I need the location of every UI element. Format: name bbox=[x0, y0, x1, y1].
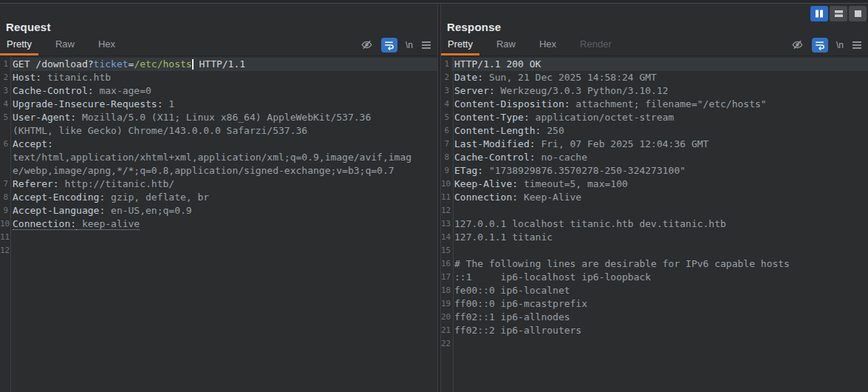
code-line[interactable]: 1GET /download?ticket=/etc/hosts HTTP/1.… bbox=[0, 58, 437, 71]
code-token: Cache-Control: bbox=[13, 85, 94, 96]
code-line[interactable]: 4Upgrade-Insecure-Requests: 1 bbox=[0, 98, 437, 111]
code-line[interactable]: 8Cache-Control: no-cache bbox=[441, 151, 868, 164]
soft-wrap-toggle[interactable] bbox=[812, 38, 828, 53]
code-line[interactable]: 11 bbox=[0, 231, 437, 244]
code-line[interactable]: 12 bbox=[0, 244, 437, 257]
code-line[interactable]: 3Cache-Control: max-age=0 bbox=[0, 84, 437, 98]
line-number: 17 bbox=[441, 271, 451, 284]
code-line[interactable]: 5Content-Type: application/octet-stream bbox=[441, 111, 868, 124]
request-tab-hex[interactable]: Hex bbox=[92, 34, 122, 55]
code-line[interactable]: 7Referer: http://titanic.htb/ bbox=[0, 178, 437, 191]
code-line[interactable]: 16# The following lines are desirable fo… bbox=[441, 257, 868, 271]
line-number bbox=[0, 164, 10, 178]
visibility-off-icon[interactable] bbox=[791, 39, 804, 50]
split-rows-layout-button[interactable] bbox=[830, 6, 847, 21]
code-token: Keep-Alive bbox=[518, 192, 581, 203]
request-toolbar: \n bbox=[360, 34, 437, 55]
code-line[interactable]: 19ff00::0 ip6-mcastprefix bbox=[441, 297, 868, 311]
code-line[interactable]: 10Connection: keep-alive bbox=[0, 217, 437, 231]
code-token: 1 bbox=[163, 98, 175, 109]
code-line[interactable]: 2Date: Sun, 21 Dec 2025 14:58:24 GMT bbox=[441, 71, 868, 84]
soft-wrap-toggle[interactable] bbox=[381, 38, 397, 53]
response-tab-hex[interactable]: Hex bbox=[533, 34, 563, 55]
code-token: en-US,en;q=0.9 bbox=[105, 205, 191, 216]
response-editor[interactable]: 1HTTP/1.1 200 OK2Date: Sun, 21 Dec 2025 … bbox=[441, 56, 868, 351]
newline-visualization-toggle[interactable]: \n bbox=[836, 40, 844, 50]
code-line[interactable]: 9ETag: "1738929876.3570278-250-324273100… bbox=[441, 164, 868, 178]
line-content: e/webp,image/apng,*/*;q=0.8,application/… bbox=[10, 164, 437, 178]
newline-visualization-toggle[interactable]: \n bbox=[406, 40, 413, 50]
line-number: 16 bbox=[441, 257, 451, 271]
line-content: Content-Length: 250 bbox=[451, 124, 868, 138]
code-line[interactable]: 12 bbox=[441, 204, 868, 217]
code-token: ff00::0 ip6-mcastprefix bbox=[454, 298, 587, 309]
code-line[interactable]: text/html,application/xhtml+xml,applicat… bbox=[0, 151, 437, 164]
editor-menu-icon[interactable] bbox=[852, 41, 862, 50]
code-line[interactable]: 18fe00::0 ip6-localnet bbox=[441, 284, 868, 297]
code-token: Content-Length: bbox=[454, 125, 541, 136]
line-content: Upgrade-Insecure-Requests: 1 bbox=[10, 98, 437, 111]
code-token: User-Agent: bbox=[13, 112, 76, 123]
line-content: ff00::0 ip6-mcastprefix bbox=[451, 297, 868, 311]
line-number: 1 bbox=[0, 58, 10, 71]
code-line[interactable]: 17::1 ip6-localhost ip6-loopback bbox=[441, 271, 868, 284]
line-number: 7 bbox=[441, 138, 451, 151]
code-token: attachment; filename="/etc/hosts" bbox=[570, 98, 767, 109]
response-tab-pretty[interactable]: Pretty bbox=[441, 34, 479, 55]
code-line[interactable]: 6Content-Length: 250 bbox=[441, 124, 868, 138]
line-content: ff02::1 ip6-allnodes bbox=[451, 311, 868, 324]
line-content: Cache-Control: max-age=0 bbox=[10, 84, 437, 98]
code-line[interactable]: 2Host: titanic.htb bbox=[0, 71, 437, 84]
code-token: Connection: bbox=[13, 218, 76, 230]
code-line[interactable]: 6Accept: bbox=[0, 138, 437, 151]
code-line[interactable]: 15 bbox=[441, 244, 868, 257]
code-line[interactable]: 4Content-Disposition: attachment; filena… bbox=[441, 98, 868, 111]
code-line[interactable]: 9Accept-Language: en-US,en;q=0.9 bbox=[0, 204, 437, 217]
code-line[interactable]: 5User-Agent: Mozilla/5.0 (X11; Linux x86… bbox=[0, 111, 437, 124]
code-line[interactable]: e/webp,image/apng,*/*;q=0.8,application/… bbox=[0, 164, 437, 178]
code-line[interactable]: 20ff02::1 ip6-allnodes bbox=[441, 311, 868, 324]
line-content: Host: titanic.htb bbox=[10, 71, 437, 84]
code-token: titanic.htb bbox=[41, 72, 111, 83]
line-number: 3 bbox=[0, 84, 10, 98]
code-token: # The following lines are desirable for … bbox=[454, 258, 790, 269]
response-tab-raw[interactable]: Raw bbox=[490, 34, 522, 55]
code-token: HTTP/1.1 bbox=[194, 58, 245, 70]
line-content bbox=[10, 244, 437, 257]
code-line[interactable]: 14127.0.1.1 titanic bbox=[441, 231, 868, 244]
request-editor[interactable]: 1GET /download?ticket=/etc/hosts HTTP/1.… bbox=[0, 56, 437, 257]
code-token: fe00::0 ip6-localnet bbox=[454, 285, 570, 296]
line-content: Last-Modified: Fri, 07 Feb 2025 12:04:36… bbox=[451, 138, 868, 151]
code-token: ::1 ip6-localhost ip6-loopback bbox=[454, 271, 651, 283]
line-content: 127.0.1.1 titanic bbox=[451, 231, 868, 244]
code-line[interactable]: 11Connection: Keep-Alive bbox=[441, 191, 868, 204]
code-line[interactable]: 7Last-Modified: Fri, 07 Feb 2025 12:04:3… bbox=[441, 138, 868, 151]
editor-menu-icon[interactable] bbox=[421, 41, 431, 50]
code-line[interactable]: 13127.0.0.1 localhost titanic.htb dev.ti… bbox=[441, 217, 868, 231]
code-token: gzip, deflate, br bbox=[105, 192, 209, 203]
line-content: Server: Werkzeug/3.0.3 Python/3.10.12 bbox=[451, 84, 868, 98]
response-tab-bar: Pretty Raw Hex Render \n bbox=[441, 34, 868, 56]
code-token: text/html,application/xhtml+xml,applicat… bbox=[13, 152, 411, 163]
code-line[interactable]: 3Server: Werkzeug/3.0.3 Python/3.10.12 bbox=[441, 84, 868, 98]
code-line[interactable]: 8Accept-Encoding: gzip, deflate, br bbox=[0, 191, 437, 204]
line-content: Cache-Control: no-cache bbox=[451, 151, 868, 164]
code-line[interactable]: 10Keep-Alive: timeout=5, max=100 bbox=[441, 178, 868, 191]
request-tab-raw[interactable]: Raw bbox=[49, 34, 81, 55]
visibility-off-icon[interactable] bbox=[360, 39, 373, 50]
code-line[interactable]: 22 bbox=[441, 337, 868, 351]
code-line[interactable]: (KHTML, like Gecko) Chrome/143.0.0.0 Saf… bbox=[0, 124, 437, 138]
code-line[interactable]: 1HTTP/1.1 200 OK bbox=[441, 58, 868, 71]
code-token: Mozilla/5.0 (X11; Linux x86_64) AppleWeb… bbox=[76, 112, 371, 123]
line-content bbox=[10, 231, 437, 244]
code-token: "1738929876.3570278-250-324273100" bbox=[483, 165, 686, 176]
code-token: ff02::2 ip6-allrouters bbox=[454, 325, 581, 336]
line-content: HTTP/1.1 200 OK bbox=[451, 58, 868, 71]
request-tab-pretty[interactable]: Pretty bbox=[0, 34, 38, 55]
code-token: Fri, 07 Feb 2025 12:04:36 GMT bbox=[536, 138, 709, 149]
single-pane-layout-button[interactable] bbox=[849, 6, 867, 21]
code-line[interactable]: 21ff02::2 ip6-allrouters bbox=[441, 324, 868, 337]
split-columns-layout-button[interactable] bbox=[810, 6, 828, 21]
code-token: Content-Type: bbox=[454, 112, 530, 123]
code-token: Content-Disposition: bbox=[454, 98, 570, 109]
